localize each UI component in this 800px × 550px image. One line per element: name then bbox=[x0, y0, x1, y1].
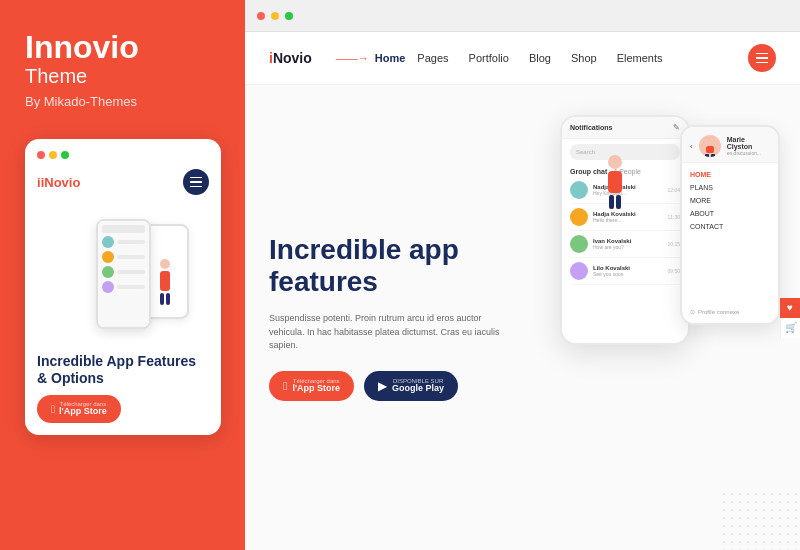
hero-title: Incredible app features bbox=[269, 234, 509, 298]
phone-contact-list: Nadja Kovalski Hey Kovalski... 12:04 Had… bbox=[562, 177, 688, 285]
brand-subtitle: Theme bbox=[25, 65, 139, 88]
appstore-main-text: l'App Store bbox=[292, 384, 340, 394]
left-panel: Innovio Theme By Mikado-Themes iiNovio bbox=[0, 0, 245, 550]
card-logo: iiNovio bbox=[37, 175, 80, 190]
svg-rect-2 bbox=[705, 154, 709, 157]
mobile-preview-card: iiNovio bbox=[25, 139, 221, 435]
secondary-phone-footer: ⊙ Profile connexe bbox=[690, 308, 770, 315]
hero-figure-decoration bbox=[608, 155, 622, 209]
card-nav: iiNovio bbox=[37, 169, 209, 195]
nav-link-elements[interactable]: Elements bbox=[617, 52, 663, 64]
hero-text: Incredible app features Suspendisse pote… bbox=[269, 234, 509, 401]
nav-link-home[interactable]: Home bbox=[375, 52, 406, 64]
secondary-phone-header: ‹ Marie Clyston en d bbox=[682, 127, 778, 163]
sidebar-cart-icon[interactable]: 🛒 bbox=[780, 318, 800, 338]
phone-front bbox=[96, 219, 151, 329]
sp-nav-contact[interactable]: CONTACT bbox=[690, 223, 770, 230]
website-hero: Incredible app features Suspendisse pote… bbox=[245, 85, 800, 550]
avatar bbox=[570, 181, 588, 199]
apple-icon:  bbox=[51, 403, 55, 415]
browser-dot-yellow bbox=[271, 12, 279, 20]
nav-link-portfolio[interactable]: Portfolio bbox=[469, 52, 509, 64]
card-bottom-text: Incredible App Features & Options  Télé… bbox=[37, 353, 209, 423]
right-panel: iNovio ——→ Home Pages Portfolio Blog Sho… bbox=[245, 0, 800, 550]
appstore-sub-text: Télécharger dans bbox=[292, 378, 340, 385]
card-traffic-lights bbox=[37, 151, 209, 159]
brand-title: Innovio bbox=[25, 30, 139, 65]
play-icon: ▶ bbox=[378, 379, 387, 393]
sp-nav-home[interactable]: HOME bbox=[690, 171, 770, 178]
profile-name: Marie Clyston bbox=[727, 136, 770, 150]
sp-nav-more[interactable]: MORE bbox=[690, 197, 770, 204]
group-label: Group chat 4 People bbox=[562, 165, 688, 177]
nav-hamburger-button[interactable] bbox=[748, 44, 776, 72]
apple-icon:  bbox=[283, 379, 287, 393]
card-dot-yellow bbox=[49, 151, 57, 159]
nav-link-blog[interactable]: Blog bbox=[529, 52, 551, 64]
googleplay-main-text: Google Play bbox=[392, 384, 444, 394]
browser-dot-green bbox=[285, 12, 293, 20]
brand-by-line: By Mikado-Themes bbox=[25, 94, 139, 109]
card-dot-green bbox=[61, 151, 69, 159]
secondary-phone-nav: HOME PLANS MORE ABOUT CONTACT bbox=[682, 163, 778, 238]
sidebar-heart-icon[interactable]: ♥ bbox=[780, 298, 800, 318]
list-item: Ivan Kovalski How are you? 10:15 bbox=[570, 231, 680, 258]
avatar bbox=[570, 262, 588, 280]
profile-avatar bbox=[699, 135, 721, 157]
hero-phones: Notifications ✎ Search Group chat 4 Peop… bbox=[500, 95, 790, 540]
nav-link-pages[interactable]: Pages bbox=[417, 52, 448, 64]
phone-header-icon: ✎ bbox=[673, 123, 680, 132]
profile-status: en discussion... bbox=[727, 150, 770, 156]
phone-header-title: Notifications bbox=[570, 124, 612, 131]
website-nav: iNovio ——→ Home Pages Portfolio Blog Sho… bbox=[245, 32, 800, 85]
list-item: Hadja Kovalski Hello there... 11:30 bbox=[570, 204, 680, 231]
list-item: Nadja Kovalski Hey Kovalski... 12:04 bbox=[570, 177, 680, 204]
sidebar-icons: ♥ 🛒 bbox=[780, 298, 800, 338]
googleplay-sub-text: DISPONIBLE SUR bbox=[392, 378, 444, 385]
phone-header: Notifications ✎ bbox=[562, 117, 688, 139]
card-heading: Incredible App Features & Options bbox=[37, 353, 209, 387]
card-figure-decoration bbox=[151, 259, 179, 314]
search-placeholder: Search bbox=[576, 149, 595, 155]
svg-rect-3 bbox=[711, 154, 715, 157]
card-appstore-button[interactable]:  Télécharger dans l'App Store bbox=[37, 395, 121, 423]
brand-name: Innovio Theme By Mikado-Themes bbox=[25, 30, 139, 139]
svg-point-0 bbox=[706, 137, 714, 145]
nav-link-shop[interactable]: Shop bbox=[571, 52, 597, 64]
hero-phone-main: Notifications ✎ Search Group chat 4 Peop… bbox=[560, 115, 690, 345]
nav-arrow-icon: ——→ bbox=[336, 52, 369, 64]
browser-chrome bbox=[245, 0, 800, 32]
website-logo: iNovio bbox=[269, 50, 312, 66]
phone-search[interactable]: Search bbox=[570, 144, 680, 160]
card-phone-mockup bbox=[37, 209, 209, 339]
back-icon: ‹ bbox=[690, 142, 693, 151]
hero-phone-secondary: ‹ Marie Clyston en d bbox=[680, 125, 780, 325]
hero-appstore-button[interactable]:  Télécharger dans l'App Store bbox=[269, 371, 354, 401]
card-dot-red bbox=[37, 151, 45, 159]
sp-nav-plans[interactable]: PLANS bbox=[690, 184, 770, 191]
list-item: Lilo Kovalski See you soon 09:50 bbox=[570, 258, 680, 285]
card-hamburger-icon[interactable] bbox=[183, 169, 209, 195]
profile-icon: ⊙ bbox=[690, 308, 695, 315]
sp-nav-about[interactable]: ABOUT bbox=[690, 210, 770, 217]
nav-links: Pages Portfolio Blog Shop Elements bbox=[417, 52, 748, 64]
nav-home-area: ——→ Home bbox=[336, 52, 406, 64]
avatar bbox=[570, 208, 588, 226]
hero-description: Suspendisse potenti. Proin rutrum arcu i… bbox=[269, 312, 509, 353]
browser-dot-red bbox=[257, 12, 265, 20]
btn-text-block: Télécharger dans l'App Store bbox=[59, 401, 107, 417]
website-content: iNovio ——→ Home Pages Portfolio Blog Sho… bbox=[245, 32, 800, 550]
svg-rect-1 bbox=[706, 146, 714, 153]
avatar bbox=[570, 235, 588, 253]
hero-buttons:  Télécharger dans l'App Store ▶ DISPONI… bbox=[269, 371, 509, 401]
hero-googleplay-button[interactable]: ▶ DISPONIBLE SUR Google Play bbox=[364, 371, 458, 401]
profile-link-text: Profile connexe bbox=[698, 309, 739, 315]
